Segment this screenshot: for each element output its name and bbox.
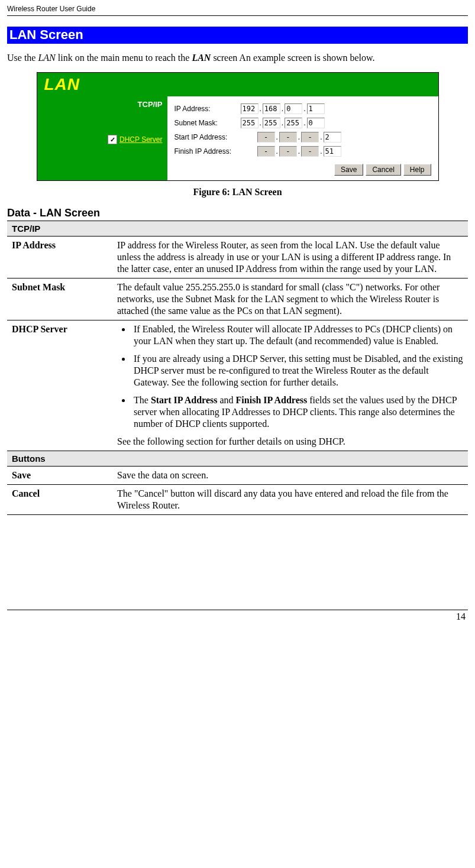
dhcp-checkbox-row[interactable]: ✓ DHCP Server: [42, 135, 163, 144]
start-octet-2: -: [279, 132, 297, 142]
row-desc-save: Save the data on screen.: [112, 467, 468, 485]
dhcp-bullet-1: If Enabled, the Wireless Router will all…: [131, 323, 463, 347]
start-octet-4[interactable]: 2: [324, 132, 341, 142]
table-row: DHCP Server If Enabled, the Wireless Rou…: [7, 320, 468, 451]
start-ip-label: Start IP Address:: [175, 133, 257, 141]
dhcp-server-link[interactable]: DHCP Server: [119, 135, 162, 144]
mask-octet-4[interactable]: 0: [307, 118, 325, 128]
mask-octet-1[interactable]: 255: [241, 118, 258, 128]
section-title: LAN Screen: [7, 27, 468, 44]
subnet-mask-label: Subnet Mask:: [175, 119, 241, 127]
row-desc-cancel: The "Cancel" button will discard any dat…: [112, 485, 468, 515]
ip-octet-4[interactable]: 1: [307, 103, 325, 114]
ip-octet-1[interactable]: 192: [241, 103, 258, 114]
dhcp-bullet-2: If you are already using a DHCP Server, …: [131, 353, 463, 388]
finish-octet-1: -: [257, 146, 275, 157]
table-row: Subnet Mask The default value 255.255.25…: [7, 278, 468, 320]
table-row: Cancel The "Cancel" button will discard …: [7, 485, 468, 515]
row-label-cancel: Cancel: [7, 485, 112, 515]
dhcp-checkbox[interactable]: ✓: [108, 135, 117, 144]
finish-ip-label: Finish IP Address:: [175, 147, 257, 156]
intro-text: link on the main menu to reach the: [56, 53, 192, 63]
subsection-heading: Data - LAN Screen: [7, 207, 468, 219]
doc-header: Wireless Router User Guide: [7, 5, 468, 13]
start-octet-1: -: [257, 132, 275, 142]
intro-lan2: LAN: [192, 53, 211, 63]
help-button[interactable]: Help: [403, 164, 431, 176]
table-group-buttons: Buttons: [7, 451, 468, 467]
save-button[interactable]: Save: [334, 164, 363, 176]
header-rule: [7, 15, 468, 16]
screenshot-title: LAN: [44, 75, 169, 94]
finish-octet-3: -: [301, 146, 319, 157]
sidebar-tcpip-label: TCP/IP: [42, 100, 163, 109]
dhcp-bullet-3: The Start IP Address and Finish IP Addre…: [131, 394, 463, 430]
footer-rule: [7, 610, 468, 610]
screenshot-main: IP Address: 192. 168. 0. 1 Subnet Mask: …: [167, 96, 438, 180]
row-label-mask: Subnet Mask: [7, 278, 112, 320]
row-label-save: Save: [7, 467, 112, 485]
mask-octet-2[interactable]: 255: [263, 118, 280, 128]
dhcp-footnote: See the following section for further de…: [117, 436, 345, 446]
screenshot-titlebar: LAN: [37, 73, 438, 96]
row-label-dhcp: DHCP Server: [7, 320, 112, 451]
row-desc-mask: The default value 255.255.255.0 is stand…: [112, 278, 468, 320]
finish-octet-4[interactable]: 51: [324, 146, 341, 157]
ip-octet-3[interactable]: 0: [285, 103, 302, 114]
cancel-button[interactable]: Cancel: [366, 164, 400, 176]
data-table: TCP/IP IP Address IP address for the Wir…: [7, 221, 468, 515]
intro-text: Use the: [7, 53, 38, 63]
table-row: Save Save the data on screen.: [7, 467, 468, 485]
page-number: 14: [7, 611, 468, 622]
figure-caption: Figure 6: LAN Screen: [7, 187, 468, 197]
mask-octet-3[interactable]: 255: [285, 118, 302, 128]
row-label-ip: IP Address: [7, 237, 112, 278]
ip-address-label: IP Address:: [175, 105, 241, 113]
screenshot-sidebar: TCP/IP ✓ DHCP Server: [37, 96, 167, 180]
intro-text: screen An example screen is shown below.: [211, 53, 374, 63]
finish-octet-2: -: [279, 146, 297, 157]
row-desc-dhcp: If Enabled, the Wireless Router will all…: [112, 320, 468, 451]
table-row: IP Address IP address for the Wireless R…: [7, 237, 468, 278]
ip-octet-2[interactable]: 168: [263, 103, 280, 114]
lan-screenshot: LAN TCP/IP ✓ DHCP Server IP Address: 192…: [37, 72, 439, 181]
intro-lan1: LAN: [38, 53, 55, 63]
row-desc-ip: IP address for the Wireless Router, as s…: [112, 237, 468, 278]
table-group-tcpip: TCP/IP: [7, 221, 468, 237]
start-octet-3: -: [301, 132, 319, 142]
intro-paragraph: Use the LAN link on the main menu to rea…: [7, 52, 468, 64]
